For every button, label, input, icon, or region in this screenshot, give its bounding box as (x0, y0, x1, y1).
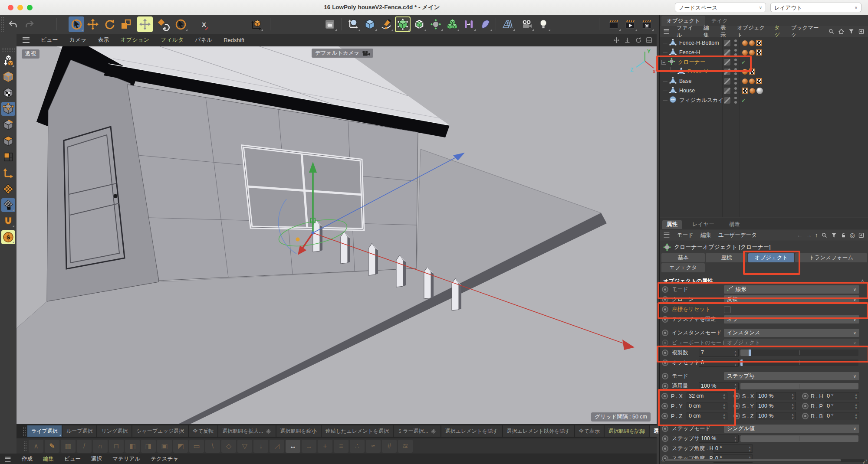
model-mode-button[interactable] (1, 70, 15, 84)
dropdown-ステップモード[interactable]: シングル値∨ (724, 425, 859, 433)
stepper-icon[interactable]: ∧∨ (734, 349, 736, 356)
light-icon[interactable] (536, 16, 551, 32)
value-field-オフセット[interactable]: 0∧∨ (699, 359, 739, 367)
value-field[interactable]: 0 °∧∨ (825, 392, 859, 400)
section-tab-トランスフォーム[interactable]: トランスフォーム (795, 253, 867, 262)
point-mode-button[interactable] (1, 102, 15, 116)
animation-dot[interactable] (662, 445, 668, 452)
value-field[interactable]: 100 %∧∨ (756, 402, 796, 410)
symmetry-icon[interactable] (461, 16, 477, 32)
animation-dot[interactable] (661, 393, 668, 399)
parent-object-icon[interactable]: ↑ (815, 232, 818, 239)
object-name[interactable]: Fence-V (687, 69, 708, 75)
make-editable-button[interactable] (1, 54, 15, 68)
am-menu-編集[interactable]: 編集 (700, 232, 711, 239)
tree-item-フィジカルスカイ[interactable]: フィジカルスカイ✓ (660, 95, 868, 105)
modeling-tool-icon[interactable]: → (302, 440, 316, 453)
selection-button[interactable]: ループ選択 (62, 425, 97, 437)
animation-dot[interactable] (662, 306, 668, 313)
phong-tag-icon[interactable] (742, 78, 748, 84)
selection-button[interactable]: 全て反転 (189, 425, 217, 437)
am-tab-属性[interactable]: 属性 (662, 220, 682, 229)
om-menu-ブックマーク[interactable]: ブックマーク (791, 24, 821, 39)
tree-item-Fence-H-Bottom[interactable]: Fence-H-Bottom (660, 38, 868, 48)
search-icon[interactable] (821, 232, 828, 239)
bar-grip[interactable] (23, 426, 26, 436)
animation-dot[interactable] (802, 393, 809, 399)
subdivision-surface-icon[interactable] (395, 16, 411, 32)
modeling-tool-icon[interactable]: ▽ (237, 440, 252, 453)
cloner-icon[interactable] (428, 16, 444, 32)
modeling-tool-icon[interactable]: ◩ (173, 440, 188, 453)
animation-dot[interactable] (662, 316, 668, 323)
value-field[interactable]: 0 cm∧∨ (687, 412, 727, 420)
track-active-object-icon[interactable]: ◎ (850, 232, 855, 239)
toolbar-grip[interactable] (1, 16, 5, 32)
animation-dot[interactable] (662, 359, 668, 366)
filter-icon[interactable] (831, 232, 837, 239)
animation-dot[interactable] (662, 296, 668, 303)
selection-button[interactable]: 選択範囲を記録 (605, 425, 649, 437)
house-object[interactable] (36, 46, 450, 301)
phong-tag-icon[interactable] (749, 50, 755, 56)
modeling-tool-icon[interactable]: ◧ (125, 440, 140, 453)
value-field-ステップサイズ[interactable]: 100 %∧∨ (699, 435, 739, 443)
value-field[interactable]: 32 cm∧∨ (687, 392, 727, 400)
bottom-menu-編集[interactable]: 編集 (43, 455, 54, 463)
uv-tag-icon[interactable] (749, 69, 755, 75)
modeling-tool-icon[interactable]: ◿ (270, 440, 284, 453)
enabled-check-icon[interactable]: ✓ (741, 97, 746, 104)
modeling-tool-icon[interactable]: ✎ (45, 440, 59, 453)
animation-dot[interactable] (661, 413, 668, 419)
stepper-icon[interactable]: ∧∨ (723, 402, 725, 410)
modeling-tool-icon[interactable]: + (318, 440, 332, 453)
am-menu-モード[interactable]: モード (677, 232, 694, 239)
deformer-icon[interactable] (477, 16, 493, 32)
modeling-tool-icon[interactable]: ↓ (253, 440, 268, 453)
animation-dot[interactable] (733, 403, 740, 409)
object-name[interactable]: フィジカルスカイ (679, 97, 723, 104)
enabled-check-icon[interactable]: ✓ (741, 59, 746, 65)
animation-dot[interactable] (662, 425, 668, 432)
animation-dot[interactable] (662, 350, 668, 356)
modeling-tool-icon[interactable]: ↔ (286, 440, 300, 453)
slider-knob[interactable] (740, 359, 743, 366)
palette-grip[interactable] (1, 47, 15, 52)
move-tool[interactable] (85, 16, 101, 32)
floor-icon[interactable] (500, 16, 516, 32)
dropdown-ビューポートのモード[interactable]: オブジェクト∨ (724, 339, 859, 347)
viewport-3d[interactable]: Y x Z 透視 デフォルトカメラ グリッド間隔 : 50 cm (16, 46, 657, 424)
edit-toggle[interactable] (724, 40, 730, 46)
add-object-icon[interactable] (858, 28, 865, 35)
om-menu-オブジェクト[interactable]: オブジェクト (737, 24, 767, 39)
coordinate-system-button[interactable] (248, 16, 264, 32)
phong-tag-icon[interactable] (742, 40, 748, 46)
animation-dot[interactable] (661, 403, 668, 409)
selection-button[interactable]: 連続したエレメントを選択 (322, 425, 393, 437)
rotate-view-icon[interactable] (635, 37, 641, 43)
visibility-dots[interactable] (734, 59, 737, 65)
animation-dot[interactable] (662, 373, 668, 379)
section-tab-座標[interactable]: 座標 (706, 253, 747, 262)
viewport-menu-表示[interactable]: 表示 (98, 36, 109, 44)
modeling-tool-icon[interactable]: ⊓ (109, 440, 124, 453)
animation-dot[interactable] (802, 403, 809, 409)
viewport-menu-ビュー[interactable]: ビュー (41, 36, 58, 44)
gear-icon[interactable] (430, 428, 437, 435)
bar-grip[interactable] (23, 441, 27, 451)
material-tag-icon[interactable] (756, 88, 763, 94)
animation-dot[interactable] (662, 435, 668, 442)
gizmo-orange-handle[interactable] (296, 238, 300, 242)
undo-button[interactable] (5, 16, 21, 32)
selection-button[interactable]: 選択範囲を拡大... (218, 425, 275, 437)
dropdown-インスタンスモード[interactable]: インスタンス∨ (724, 329, 859, 337)
toggle-view-layout-icon[interactable] (646, 37, 652, 43)
viewport-menu-パネル[interactable]: パネル (195, 36, 212, 44)
om-menu-編集[interactable]: 編集 (704, 24, 713, 39)
phong-tag-icon[interactable] (750, 88, 755, 94)
axis-mode-button[interactable] (1, 166, 15, 180)
enable-axis-tool[interactable] (137, 16, 153, 32)
selection-button[interactable]: 選択エレメント以外を隠す (503, 425, 574, 437)
object-name[interactable]: Fence-H-Bottom (679, 40, 719, 46)
viewport-menu-フィルタ[interactable]: フィルタ (161, 36, 184, 44)
